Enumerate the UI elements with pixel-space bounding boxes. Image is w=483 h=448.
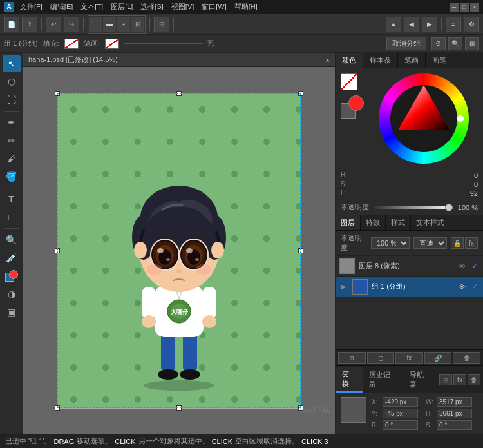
canvas-close-button[interactable]: × bbox=[326, 56, 330, 64]
view-mode-button3[interactable]: ▶ bbox=[422, 17, 437, 32]
color-tab-swatches[interactable]: 样本条 bbox=[363, 53, 398, 68]
menu-file[interactable]: 文件[F] bbox=[17, 1, 46, 13]
window-controls[interactable]: ─ □ × bbox=[450, 3, 479, 12]
color-wheel-cursor[interactable] bbox=[457, 115, 464, 122]
brush-tool-button[interactable]: 🖌 bbox=[3, 150, 21, 167]
menu-select[interactable]: 选择[S] bbox=[137, 1, 166, 13]
transform-icon3[interactable]: 🗑 bbox=[468, 374, 480, 385]
layer-opacity-select[interactable]: 100 % bbox=[371, 237, 410, 249]
undo-button[interactable]: ↩ bbox=[46, 17, 61, 32]
layer-link-button[interactable]: 🔗 bbox=[424, 352, 452, 364]
history-button[interactable]: ⏱ bbox=[431, 37, 446, 50]
color-tab-brush[interactable]: 画笔 bbox=[426, 53, 453, 68]
layer-8-check-icon[interactable]: ✓ bbox=[470, 262, 479, 271]
handle-bottom-left[interactable] bbox=[55, 405, 60, 411]
align-left-button[interactable]: ⬛ bbox=[89, 17, 102, 32]
menu-text[interactable]: 文本[T] bbox=[77, 1, 106, 13]
layer-fx-bottom-button[interactable]: fx bbox=[395, 352, 423, 364]
menu-window[interactable]: 窗口[W] bbox=[198, 1, 230, 13]
stroke-slider-track[interactable] bbox=[124, 43, 202, 44]
pencil-tool-button[interactable]: ✏ bbox=[3, 132, 21, 149]
layers-toggle-button[interactable]: ⊟ bbox=[154, 17, 169, 32]
view-mode-button2[interactable]: ◀ bbox=[404, 17, 419, 32]
blend-mode-select[interactable]: 直通 bbox=[413, 237, 447, 249]
layer-tab-layers[interactable]: 图层 bbox=[336, 215, 361, 230]
layer-group1-eye-icon[interactable]: 👁 bbox=[457, 282, 466, 291]
layer-group1-check-icon[interactable]: ✓ bbox=[470, 282, 479, 291]
stroke-width-slider[interactable] bbox=[124, 43, 202, 44]
handle-middle-left[interactable] bbox=[55, 248, 60, 253]
stroke-swatch[interactable] bbox=[105, 39, 119, 49]
align-center-button[interactable]: ▬ bbox=[103, 17, 116, 32]
menu-layer[interactable]: 图层[L] bbox=[108, 1, 136, 13]
search-button[interactable]: 🔍 bbox=[448, 37, 462, 50]
shape-tool-button[interactable]: □ bbox=[3, 209, 21, 226]
eyedropper-tool-button[interactable]: 💉 bbox=[3, 249, 21, 266]
handle-bottom-center[interactable] bbox=[176, 405, 182, 411]
pixel-button[interactable]: ⊞ bbox=[465, 37, 479, 50]
color-tab-color[interactable]: 颜色 bbox=[336, 53, 363, 68]
handle-top-center[interactable] bbox=[176, 91, 182, 96]
opacity-thumb[interactable] bbox=[445, 204, 453, 211]
layer-tab-effects[interactable]: 特效 bbox=[361, 215, 386, 230]
share-button[interactable]: ⇪ bbox=[22, 17, 37, 32]
handle-middle-right[interactable] bbox=[298, 248, 303, 253]
select-tool-button[interactable]: ↖ bbox=[3, 55, 21, 72]
zoom-tool-button[interactable]: 🔍 bbox=[3, 231, 21, 248]
arrange-button[interactable]: ⊞ bbox=[131, 17, 144, 32]
layer-pixel-button[interactable]: ◻ bbox=[367, 352, 395, 364]
transform-icon2[interactable]: fx bbox=[453, 374, 466, 385]
crop-tool-button[interactable]: ⛶ bbox=[3, 92, 21, 108]
layer-group1-expand-icon[interactable]: ▶ bbox=[339, 282, 348, 291]
minimize-button[interactable]: ─ bbox=[450, 3, 459, 12]
layer-item-8[interactable]: 图层 8 (像素) 👁 ✓ bbox=[336, 256, 483, 277]
x-input[interactable] bbox=[383, 397, 418, 407]
layer-tab-styles[interactable]: 样式 bbox=[386, 215, 411, 230]
color-tool-button[interactable] bbox=[3, 268, 21, 284]
document-canvas[interactable]: 大嘴仔 bbox=[57, 93, 301, 409]
gradient-tool-button[interactable]: ▣ bbox=[3, 304, 21, 320]
layer-add-button[interactable]: ⊕ bbox=[338, 352, 366, 364]
canvas-content[interactable]: 大嘴仔 bbox=[23, 67, 335, 434]
node-tool-button[interactable]: ⬡ bbox=[3, 73, 21, 90]
settings-button[interactable]: ⚙ bbox=[464, 17, 479, 32]
fill-swatch[interactable] bbox=[64, 39, 79, 49]
menu-bar[interactable]: 文件[F] 编辑[E] 文本[T] 图层[L] 选择[S] 视图[V] 窗口[W… bbox=[17, 1, 261, 13]
fg-color-swatch[interactable] bbox=[348, 95, 364, 111]
color-wheel[interactable] bbox=[379, 73, 469, 164]
layer-delete-button[interactable]: 🗑 bbox=[453, 352, 480, 364]
w-input[interactable] bbox=[437, 397, 472, 407]
color-tab-stroke[interactable]: 笔画 bbox=[398, 53, 426, 68]
fill-tool-button[interactable]: 🪣 bbox=[3, 168, 21, 185]
layer-tab-text-styles[interactable]: 文本样式 bbox=[411, 215, 450, 230]
layer-lock-button[interactable]: 🔒 bbox=[451, 237, 464, 249]
no-color-swatch[interactable] bbox=[341, 73, 357, 90]
redo-button[interactable]: ↪ bbox=[64, 17, 79, 32]
handle-top-right[interactable] bbox=[298, 91, 303, 96]
menu-help[interactable]: 帮助[H] bbox=[231, 1, 261, 13]
menu-edit[interactable]: 编辑[E] bbox=[47, 1, 76, 13]
opacity-slider[interactable] bbox=[372, 206, 453, 209]
h-input[interactable] bbox=[437, 409, 472, 418]
transform-tab-history[interactable]: 历史记录 bbox=[363, 367, 403, 392]
export-button[interactable]: ≡ bbox=[446, 17, 461, 32]
layer-8-eye-icon[interactable]: 👁 bbox=[457, 262, 466, 271]
handle-top-left[interactable] bbox=[55, 91, 60, 96]
transform-tab-transform[interactable]: 变换 bbox=[336, 367, 363, 393]
layer-fx-button[interactable]: fx bbox=[465, 237, 478, 249]
transform-icon1[interactable]: ⊞ bbox=[439, 374, 452, 385]
s-input[interactable] bbox=[437, 420, 472, 430]
pen-tool-button[interactable]: ✒ bbox=[3, 114, 21, 131]
y-input[interactable] bbox=[383, 409, 418, 418]
maximize-button[interactable]: □ bbox=[460, 3, 469, 12]
new-doc-button[interactable]: 📄 bbox=[4, 17, 19, 32]
menu-view[interactable]: 视图[V] bbox=[168, 1, 197, 13]
text-tool-button[interactable]: T bbox=[3, 191, 21, 208]
view-mode-button1[interactable]: ▲ bbox=[386, 17, 401, 32]
transform-tab-navigator[interactable]: 导航器 bbox=[403, 367, 437, 392]
close-button[interactable]: × bbox=[470, 3, 479, 12]
align-right-button[interactable]: ▪ bbox=[117, 17, 130, 32]
cancel-group-button[interactable]: 取消分组 bbox=[386, 37, 426, 50]
blend-tool-button[interactable]: ◑ bbox=[3, 286, 21, 302]
r-input[interactable] bbox=[383, 420, 418, 430]
